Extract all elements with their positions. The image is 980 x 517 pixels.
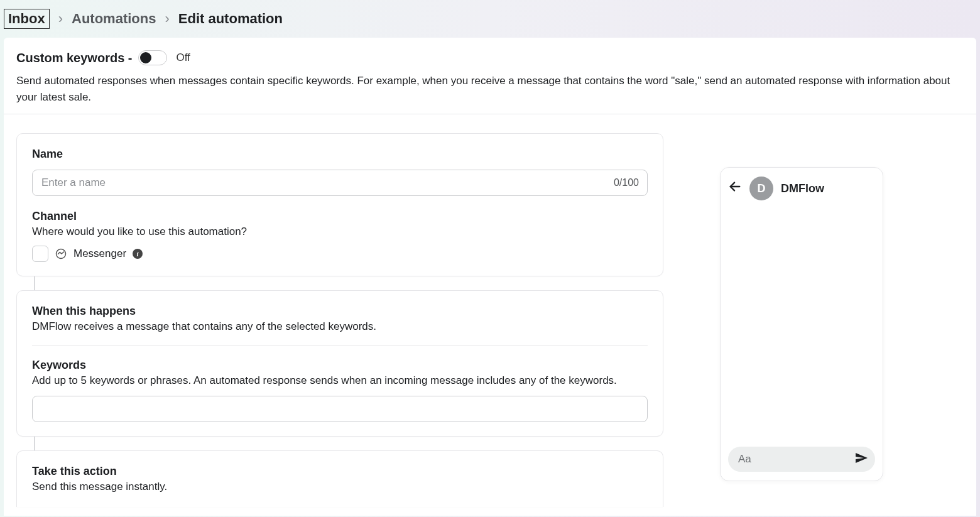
channel-label: Channel <box>32 210 648 223</box>
keywords-input[interactable] <box>32 396 648 422</box>
chevron-right-icon: › <box>58 11 63 27</box>
name-input[interactable] <box>32 170 648 196</box>
keywords-description: Add up to 5 keywords or phrases. An auto… <box>32 374 648 387</box>
action-card: Take this action Send this message insta… <box>16 450 663 507</box>
messenger-checkbox[interactable] <box>32 246 48 262</box>
action-label: Take this action <box>32 465 648 478</box>
info-icon[interactable]: i <box>133 249 143 259</box>
toggle-state-label: Off <box>176 52 190 64</box>
channel-description: Where would you like to use this automat… <box>32 226 648 238</box>
back-arrow-icon[interactable] <box>728 180 742 197</box>
breadcrumb-automations[interactable]: Automations <box>72 11 156 27</box>
chevron-right-icon: › <box>165 11 169 27</box>
breadcrumb-inbox[interactable]: Inbox <box>4 9 50 29</box>
toggle-knob <box>140 52 151 63</box>
chat-input-placeholder: Aa <box>738 453 751 465</box>
name-char-counter: 0/100 <box>614 177 639 188</box>
name-label: Name <box>32 148 648 161</box>
avatar: D <box>749 177 773 200</box>
breadcrumb-current: Edit automation <box>178 11 283 27</box>
connector-line <box>34 276 35 290</box>
when-description: DMFlow receives a message that contains … <box>32 320 648 333</box>
name-channel-card: Name 0/100 Channel Where would you like … <box>16 133 663 276</box>
page-description: Send automated responses when messages c… <box>16 73 964 114</box>
chat-body <box>721 209 883 440</box>
messenger-icon <box>55 248 67 260</box>
chat-preview: D DMFlow Aa <box>720 167 883 481</box>
breadcrumb: Inbox › Automations › Edit automation <box>0 0 980 38</box>
keywords-label: Keywords <box>32 359 648 372</box>
status-toggle[interactable] <box>138 50 167 65</box>
send-icon[interactable] <box>854 450 869 468</box>
trigger-card: When this happens DMFlow receives a mess… <box>16 290 663 437</box>
divider <box>32 346 648 346</box>
channel-option-label: Messenger <box>74 248 126 260</box>
chat-input[interactable]: Aa <box>728 447 875 472</box>
form-column: Name 0/100 Channel Where would you like … <box>16 133 663 507</box>
page-title: Custom keywords - <box>16 51 132 65</box>
connector-line <box>34 437 35 450</box>
preview-column: D DMFlow Aa <box>720 133 886 507</box>
main-panel: Custom keywords - Off Send automated res… <box>4 38 976 516</box>
chat-title: DMFlow <box>781 182 824 195</box>
when-label: When this happens <box>32 305 648 318</box>
action-description: Send this message instantly. <box>32 481 648 493</box>
